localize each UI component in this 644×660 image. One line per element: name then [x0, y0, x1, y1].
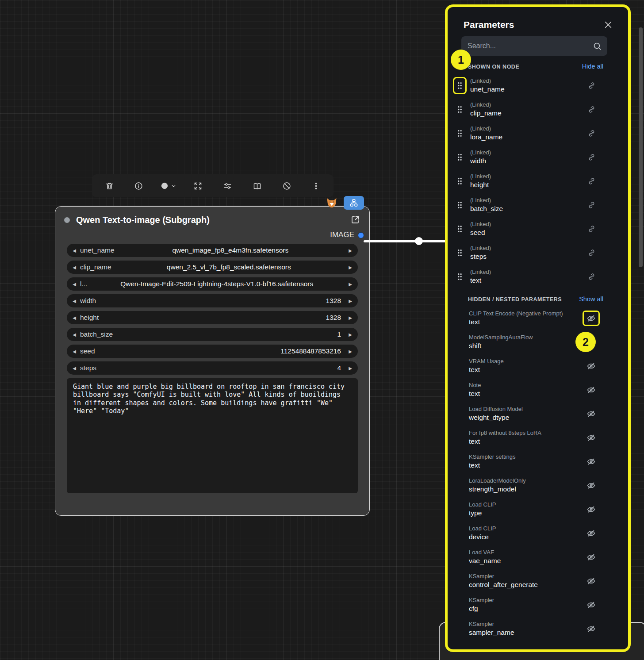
drag-handle-icon[interactable] [453, 149, 467, 166]
drag-handle-icon[interactable] [453, 173, 467, 190]
eye-slash-icon[interactable] [583, 526, 600, 541]
param-item-height[interactable]: (Linked)height [448, 169, 628, 193]
prev-arrow-icon[interactable]: ◀ [70, 265, 78, 270]
prev-arrow-icon[interactable]: ◀ [70, 332, 78, 337]
next-arrow-icon[interactable]: ▶ [346, 332, 354, 337]
next-arrow-icon[interactable]: ▶ [346, 366, 354, 371]
image-output-socket[interactable] [358, 232, 364, 238]
widget-value[interactable]: qwen_2.5_vl_7b_fp8_scaled.safetensors [111, 263, 346, 271]
hidden-param-load-vae-name[interactable]: Load VAEvae_name [448, 545, 628, 569]
eye-slash-icon[interactable] [583, 502, 600, 517]
link-icon[interactable] [583, 246, 600, 260]
kebab-menu-icon[interactable] [308, 177, 325, 194]
drag-handle-icon[interactable] [453, 244, 467, 261]
drag-handle-icon[interactable] [453, 77, 467, 94]
node-collapse-dot[interactable] [64, 217, 70, 223]
hidden-param-load-diffusion-weight-dtype[interactable]: Load Diffusion Modelweight_dtype [448, 402, 628, 426]
hidden-param-vram-usage-text[interactable]: VRAM Usagetext [448, 354, 628, 378]
param-item-unet-name[interactable]: (Linked)unet_name [448, 73, 628, 97]
param-item-clip-name[interactable]: (Linked)clip_name [448, 97, 628, 121]
prev-arrow-icon[interactable]: ◀ [70, 366, 78, 371]
link-icon[interactable] [583, 78, 600, 93]
prev-arrow-icon[interactable]: ◀ [70, 315, 78, 320]
search-box[interactable] [461, 36, 607, 56]
drag-handle-icon[interactable] [453, 268, 467, 285]
widget-value[interactable]: 4 [96, 364, 346, 372]
subgraph-badge-icon[interactable] [344, 196, 364, 210]
fit-view-icon[interactable] [190, 177, 207, 194]
drag-handle-icon[interactable] [453, 125, 467, 142]
info-icon[interactable] [130, 177, 147, 194]
eye-slash-icon[interactable] [583, 549, 600, 565]
widget-value[interactable]: Qwen-Image-Edit-2509-Lightning-4steps-V1… [87, 280, 346, 288]
eye-slash-icon[interactable] [583, 406, 600, 422]
eye-slash-icon[interactable] [583, 430, 600, 445]
node-color-picker[interactable] [160, 177, 177, 194]
close-icon[interactable] [603, 20, 613, 30]
widget-row-lora-name[interactable]: ◀ l... Qwen-Image-Edit-2509-Lightning-4s… [67, 277, 358, 291]
hidden-param-ksampler-settings-text[interactable]: KSampler settingstext [448, 449, 628, 473]
widget-row-batch-size[interactable]: ◀ batch_size 1 ▶ [67, 328, 358, 341]
node-graph-canvas[interactable]: Qwen Text-to-image (Subgraph) IMAGE ◀ un… [0, 0, 644, 660]
widget-value[interactable]: 1 [113, 330, 346, 338]
link-icon[interactable] [583, 222, 600, 236]
eye-slash-icon[interactable] [583, 621, 600, 637]
link-icon[interactable] [583, 126, 600, 141]
hide-all-link[interactable]: Hide all [582, 63, 603, 70]
link-icon[interactable] [583, 198, 600, 212]
hidden-param-modelsampling-shift[interactable]: ModelSamplingAuraFlowshift 2 [448, 330, 628, 354]
hidden-param-clip-negative-text[interactable]: CLIP Text Encode (Negative Prompt)text [448, 306, 628, 330]
open-subgraph-icon[interactable] [350, 215, 360, 225]
hidden-param-fp8-lora-text[interactable]: For fp8 without 8steps LoRAtext [448, 426, 628, 449]
window-scrollbar[interactable] [639, 27, 643, 267]
hidden-param-note-text[interactable]: Notetext [448, 378, 628, 402]
widget-row-steps[interactable]: ◀ steps 4 ▶ [67, 361, 358, 375]
eye-slash-icon[interactable] [583, 358, 600, 374]
link-icon[interactable] [583, 102, 600, 117]
link-icon[interactable] [583, 269, 600, 284]
widget-row-height[interactable]: ◀ height 1328 ▶ [67, 311, 358, 324]
eye-slash-icon[interactable] [583, 382, 600, 398]
prev-arrow-icon[interactable]: ◀ [70, 349, 78, 354]
prev-arrow-icon[interactable]: ◀ [70, 248, 78, 253]
hidden-param-load-clip-type[interactable]: Load CLIPtype [448, 497, 628, 521]
param-item-width[interactable]: (Linked)width [448, 145, 628, 169]
search-input[interactable] [468, 42, 593, 50]
hidden-param-ksampler-sampler-name[interactable]: KSamplersampler_name [448, 617, 628, 641]
widget-row-clip-name[interactable]: ◀ clip_name qwen_2.5_vl_7b_fp8_scaled.sa… [67, 261, 358, 274]
prev-arrow-icon[interactable]: ◀ [70, 282, 78, 287]
param-item-lora-name[interactable]: (Linked)lora_name [448, 121, 628, 145]
next-arrow-icon[interactable]: ▶ [346, 248, 354, 253]
node-qwen-text-to-image[interactable]: Qwen Text-to-image (Subgraph) IMAGE ◀ un… [55, 206, 370, 516]
widget-row-width[interactable]: ◀ width 1328 ▶ [67, 294, 358, 307]
widget-value[interactable]: 1125488487853216 [95, 347, 346, 355]
hidden-param-loraloader-strength-model[interactable]: LoraLoaderModelOnlystrength_model [448, 473, 628, 497]
block-icon[interactable] [278, 177, 295, 194]
node-header[interactable]: Qwen Text-to-image (Subgraph) [55, 207, 369, 230]
sliders-icon[interactable] [219, 177, 236, 194]
link-icon[interactable] [583, 150, 600, 165]
prompt-textarea[interactable]: Giant blue and purple big billboard on r… [67, 378, 358, 493]
param-item-batch-size[interactable]: (Linked)batch_size [448, 193, 628, 217]
next-arrow-icon[interactable]: ▶ [346, 265, 354, 270]
next-arrow-icon[interactable]: ▶ [346, 315, 354, 320]
hidden-param-load-clip-device[interactable]: Load CLIPdevice [448, 521, 628, 545]
show-all-link[interactable]: Show all [579, 295, 603, 303]
next-arrow-icon[interactable]: ▶ [346, 349, 354, 354]
eye-slash-icon[interactable] [583, 478, 600, 493]
widget-value[interactable]: 1328 [96, 297, 346, 305]
widget-value[interactable]: 1328 [99, 314, 346, 322]
next-arrow-icon[interactable]: ▶ [346, 282, 354, 287]
drag-handle-icon[interactable] [453, 220, 467, 238]
eye-slash-icon[interactable] [583, 597, 600, 613]
annotation-2-slot[interactable]: 2 [571, 329, 600, 355]
hidden-param-ksampler-control-after-generate[interactable]: KSamplercontrol_after_generate [448, 569, 628, 593]
param-item-steps[interactable]: (Linked)steps [448, 241, 628, 265]
hidden-param-ksampler-cfg[interactable]: KSamplercfg [448, 593, 628, 617]
drag-handle-icon[interactable] [453, 101, 467, 118]
param-item-seed[interactable]: (Linked)seed [448, 217, 628, 241]
drag-handle-icon[interactable] [453, 196, 467, 214]
widget-value[interactable]: qwen_image_fp8_e4m3fn.safetensors [115, 246, 346, 254]
widget-row-unet-name[interactable]: ◀ unet_name qwen_image_fp8_e4m3fn.safete… [67, 244, 358, 257]
prev-arrow-icon[interactable]: ◀ [70, 299, 78, 303]
